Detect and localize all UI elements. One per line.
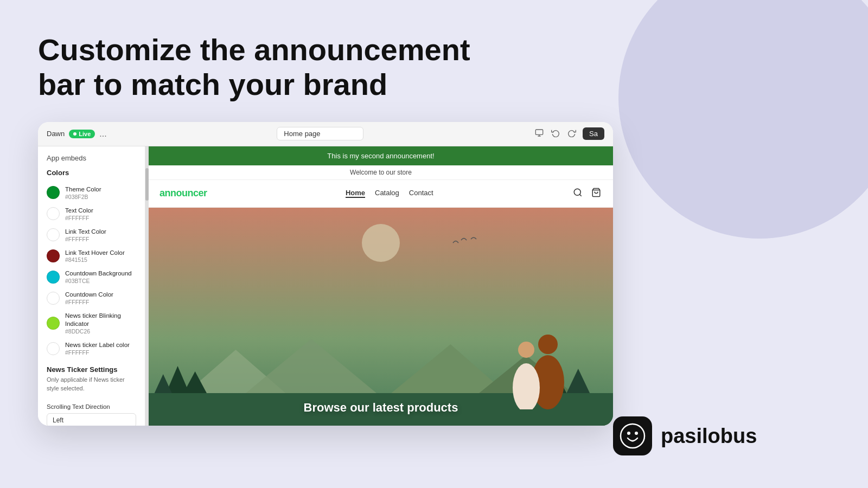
svg-line-3 <box>579 194 581 196</box>
store-nav-icons <box>572 187 602 201</box>
store-search-button[interactable] <box>572 187 584 201</box>
countdown-bg-color-hex: #03BTCE <box>65 278 132 284</box>
headline-line1: Customize the announcement <box>38 33 470 67</box>
countdown-bg-color-name: Countdown Background <box>65 269 132 278</box>
svg-marker-12 <box>155 374 172 393</box>
text-color-hex: #FFFFFF <box>65 215 93 221</box>
color-item-ticker-indicator[interactable]: News ticker Blinking Indicator #8DDC26 <box>38 309 145 338</box>
theme-color-circle <box>47 186 60 199</box>
ticker-label-info: News ticker Label color #FFFFFF <box>65 341 130 356</box>
page-headline: Customize the announcement bar to match … <box>38 33 526 102</box>
svg-point-18 <box>518 342 534 358</box>
countdown-color-circle <box>47 292 60 305</box>
ticker-indicator-hex: #8DDC26 <box>65 328 136 335</box>
theme-color-name: Theme Color <box>65 185 101 194</box>
store-nav-links: Home Catalog Contact <box>346 189 433 198</box>
color-item-countdown-bg[interactable]: Countdown Background #03BTCE <box>38 266 145 287</box>
pasilobus-icon-svg <box>620 423 646 449</box>
countdown-bg-color-info: Countdown Background #03BTCE <box>65 269 132 284</box>
color-item-countdown[interactable]: Countdown Color #FFFFFF <box>38 287 145 309</box>
store-logo: announcer <box>159 188 207 199</box>
hero-text: Browse our latest products <box>304 401 458 415</box>
news-ticker-title: News Ticker Settings <box>47 365 136 374</box>
svg-point-21 <box>627 432 630 435</box>
countdown-bg-color-circle <box>47 271 60 284</box>
browser-body: App embeds Colors Theme Color #038F2B <box>38 146 613 426</box>
app-embeds-title: App embeds <box>38 154 145 169</box>
svg-point-16 <box>538 335 558 354</box>
nav-link-contact[interactable]: Contact <box>409 189 433 198</box>
link-hover-color-circle <box>47 249 60 262</box>
dawn-label: Dawn <box>47 130 65 138</box>
link-hover-color-hex: #841515 <box>65 256 125 263</box>
ticker-label-hex: #FFFFFF <box>65 349 130 356</box>
browser-mockup: Dawn Live ... Home page Product page Col… <box>38 122 613 426</box>
store-nav: announcer Home Catalog Contact <box>149 180 613 208</box>
color-item-ticker-label[interactable]: News ticker Label color #FFFFFF <box>38 338 145 359</box>
svg-rect-0 <box>535 130 542 134</box>
ticker-indicator-name: News ticker Blinking Indicator <box>65 312 136 328</box>
device-icon-button[interactable] <box>534 127 545 140</box>
link-text-color-hex: #FFFFFF <box>65 236 106 242</box>
scrolling-title: Scrolling Text Direction <box>47 403 136 410</box>
svg-point-2 <box>574 189 580 195</box>
logo-area: pasilobus <box>613 416 830 455</box>
settings-panel: App embeds Colors Theme Color #038F2B <box>38 146 145 426</box>
live-badge: Live <box>69 130 95 138</box>
link-text-color-info: Link Text Color #FFFFFF <box>65 228 106 242</box>
color-item-link-text[interactable]: Link Text Color #FFFFFF <box>38 224 145 246</box>
ticker-label-circle <box>47 342 60 355</box>
redo-icon-button[interactable] <box>566 127 577 140</box>
theme-color-hex: #038F2B <box>65 194 101 200</box>
live-dot <box>73 132 76 136</box>
news-ticker-desc: Only applicable if News ticker style sel… <box>47 376 136 393</box>
page-selector[interactable]: Home page Product page Collection page <box>277 127 363 140</box>
ticker-label-name: News ticker Label color <box>65 341 130 349</box>
svg-point-20 <box>621 424 644 448</box>
store-cart-button[interactable] <box>590 187 602 201</box>
logo-icon <box>613 416 652 455</box>
text-color-info: Text Color #FFFFFF <box>65 207 93 221</box>
content-row: Dawn Live ... Home page Product page Col… <box>38 122 830 466</box>
text-color-circle <box>47 207 60 220</box>
text-color-name: Text Color <box>65 207 93 215</box>
countdown-color-name: Countdown Color <box>65 291 113 299</box>
color-item-link-hover[interactable]: Link Text Hover Color #841515 <box>38 246 145 267</box>
news-ticker-section: News Ticker Settings Only applicable if … <box>38 359 145 400</box>
colors-section-title: Colors <box>38 169 145 182</box>
ticker-indicator-circle <box>47 317 60 330</box>
link-hover-color-info: Link Text Hover Color #841515 <box>65 249 125 264</box>
link-text-color-circle <box>47 228 60 241</box>
topbar-right: Sa <box>534 127 604 140</box>
store-sub-bar: Welcome to our store <box>149 165 613 180</box>
live-badge-text: Live <box>79 131 91 137</box>
link-text-color-name: Link Text Color <box>65 228 106 236</box>
scrolling-section: Scrolling Text Direction Left Right <box>38 400 145 426</box>
store-preview: This is my second announcement! Welcome … <box>149 146 613 426</box>
svg-point-22 <box>635 432 638 435</box>
headline-line2: bar to match your brand <box>38 67 387 101</box>
sub-bar-text: Welcome to our store <box>350 169 412 176</box>
hero-birds-svg <box>450 235 494 251</box>
scrollbar-thumb[interactable] <box>145 168 149 201</box>
left-side: pasilobus <box>613 122 830 466</box>
announcement-bar: This is my second announcement! <box>149 146 613 165</box>
hero-sun <box>362 224 400 262</box>
scrolling-direction-select[interactable]: Left Right <box>47 413 136 426</box>
color-item-theme[interactable]: Theme Color #038F2B <box>38 182 145 203</box>
nav-link-catalog[interactable]: Catalog <box>375 189 399 198</box>
countdown-color-hex: #FFFFFF <box>65 299 113 305</box>
save-button[interactable]: Sa <box>583 127 604 140</box>
announcement-text: This is my second announcement! <box>327 152 434 160</box>
brand-name: pasilobus <box>661 425 757 448</box>
color-item-text[interactable]: Text Color #FFFFFF <box>38 203 145 224</box>
nav-link-home[interactable]: Home <box>346 189 365 198</box>
store-hero: Browse our latest products <box>149 208 613 426</box>
hero-people-svg <box>494 323 580 409</box>
topbar-center: Home page Product page Collection page <box>113 127 527 140</box>
theme-color-info: Theme Color #038F2B <box>65 185 101 200</box>
undo-icon-button[interactable] <box>550 127 561 140</box>
browser-topbar: Dawn Live ... Home page Product page Col… <box>38 122 613 146</box>
countdown-color-info: Countdown Color #FFFFFF <box>65 291 113 305</box>
more-dots-button[interactable]: ... <box>99 129 106 139</box>
